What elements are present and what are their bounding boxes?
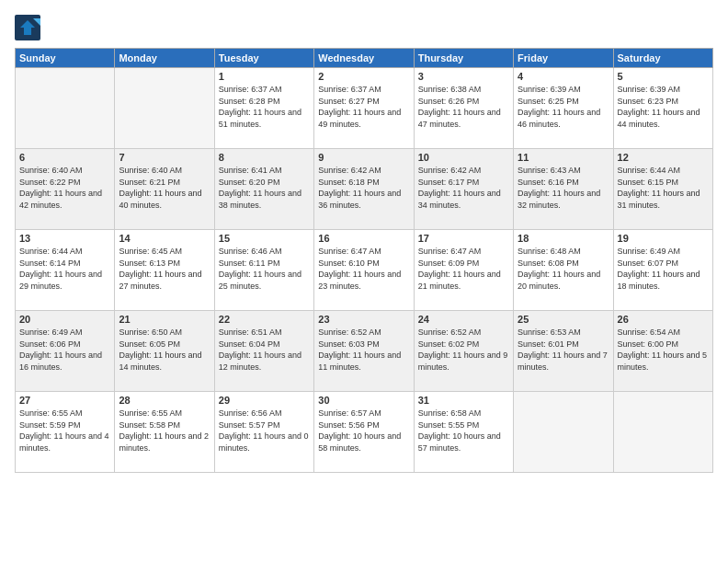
day-cell: 10Sunrise: 6:42 AMSunset: 6:17 PMDayligh… — [414, 149, 513, 230]
day-number: 16 — [318, 233, 409, 244]
day-number: 14 — [119, 233, 210, 244]
day-info: Sunrise: 6:53 AMSunset: 6:01 PMDaylight:… — [518, 327, 609, 373]
day-cell: 31Sunrise: 6:58 AMSunset: 5:55 PMDayligh… — [414, 392, 513, 473]
day-cell: 1Sunrise: 6:37 AMSunset: 6:28 PMDaylight… — [214, 68, 313, 149]
week-row-2: 6Sunrise: 6:40 AMSunset: 6:22 PMDaylight… — [16, 149, 713, 230]
day-cell: 14Sunrise: 6:45 AMSunset: 6:13 PMDayligh… — [115, 230, 214, 311]
weekday-header-sunday: Sunday — [16, 49, 115, 68]
day-number: 9 — [318, 152, 409, 163]
week-row-5: 27Sunrise: 6:55 AMSunset: 5:59 PMDayligh… — [16, 392, 713, 473]
day-info: Sunrise: 6:45 AMSunset: 6:13 PMDaylight:… — [119, 246, 210, 292]
day-cell: 29Sunrise: 6:56 AMSunset: 5:57 PMDayligh… — [214, 392, 313, 473]
weekday-header-monday: Monday — [115, 49, 214, 68]
day-info: Sunrise: 6:39 AMSunset: 6:25 PMDaylight:… — [518, 84, 609, 130]
day-cell: 19Sunrise: 6:49 AMSunset: 6:07 PMDayligh… — [613, 230, 712, 311]
day-info: Sunrise: 6:44 AMSunset: 6:14 PMDaylight:… — [19, 246, 110, 292]
weekday-header-thursday: Thursday — [414, 49, 513, 68]
day-info: Sunrise: 6:43 AMSunset: 6:16 PMDaylight:… — [518, 165, 609, 211]
day-info: Sunrise: 6:49 AMSunset: 6:07 PMDaylight:… — [618, 246, 709, 292]
day-cell: 20Sunrise: 6:49 AMSunset: 6:06 PMDayligh… — [16, 311, 115, 392]
day-info: Sunrise: 6:49 AMSunset: 6:06 PMDaylight:… — [19, 327, 110, 373]
day-number: 4 — [518, 71, 609, 82]
day-cell — [115, 68, 214, 149]
calendar-table: SundayMondayTuesdayWednesdayThursdayFrid… — [15, 48, 713, 473]
day-cell — [16, 68, 115, 149]
day-number: 15 — [219, 233, 310, 244]
day-cell: 30Sunrise: 6:57 AMSunset: 5:56 PMDayligh… — [314, 392, 414, 473]
day-number: 17 — [418, 233, 509, 244]
day-info: Sunrise: 6:56 AMSunset: 5:57 PMDaylight:… — [219, 408, 310, 454]
logo-icon — [15, 15, 40, 40]
day-number: 29 — [219, 395, 310, 406]
day-info: Sunrise: 6:50 AMSunset: 6:05 PMDaylight:… — [119, 327, 210, 373]
weekday-header-saturday: Saturday — [613, 49, 712, 68]
day-info: Sunrise: 6:44 AMSunset: 6:15 PMDaylight:… — [618, 165, 709, 211]
day-number: 3 — [418, 71, 509, 82]
day-info: Sunrise: 6:39 AMSunset: 6:23 PMDaylight:… — [618, 84, 709, 130]
day-info: Sunrise: 6:55 AMSunset: 5:58 PMDaylight:… — [119, 408, 210, 454]
day-info: Sunrise: 6:41 AMSunset: 6:20 PMDaylight:… — [219, 165, 310, 211]
day-number: 26 — [618, 314, 709, 325]
day-cell: 2Sunrise: 6:37 AMSunset: 6:27 PMDaylight… — [314, 68, 414, 149]
day-cell: 11Sunrise: 6:43 AMSunset: 6:16 PMDayligh… — [514, 149, 613, 230]
day-cell: 27Sunrise: 6:55 AMSunset: 5:59 PMDayligh… — [16, 392, 115, 473]
day-number: 31 — [418, 395, 509, 406]
day-number: 19 — [618, 233, 709, 244]
day-cell: 25Sunrise: 6:53 AMSunset: 6:01 PMDayligh… — [514, 311, 613, 392]
day-info: Sunrise: 6:47 AMSunset: 6:10 PMDaylight:… — [318, 246, 409, 292]
day-info: Sunrise: 6:58 AMSunset: 5:55 PMDaylight:… — [418, 408, 509, 454]
day-cell: 28Sunrise: 6:55 AMSunset: 5:58 PMDayligh… — [115, 392, 214, 473]
header — [15, 15, 713, 40]
week-row-1: 1Sunrise: 6:37 AMSunset: 6:28 PMDaylight… — [16, 68, 713, 149]
day-info: Sunrise: 6:46 AMSunset: 6:11 PMDaylight:… — [219, 246, 310, 292]
day-info: Sunrise: 6:55 AMSunset: 5:59 PMDaylight:… — [19, 408, 110, 454]
day-number: 28 — [119, 395, 210, 406]
day-number: 20 — [19, 314, 110, 325]
day-info: Sunrise: 6:37 AMSunset: 6:27 PMDaylight:… — [318, 84, 409, 130]
day-number: 10 — [418, 152, 509, 163]
day-cell: 18Sunrise: 6:48 AMSunset: 6:08 PMDayligh… — [514, 230, 613, 311]
day-info: Sunrise: 6:42 AMSunset: 6:17 PMDaylight:… — [418, 165, 509, 211]
week-row-4: 20Sunrise: 6:49 AMSunset: 6:06 PMDayligh… — [16, 311, 713, 392]
logo — [15, 15, 44, 40]
day-number: 7 — [119, 152, 210, 163]
day-cell: 13Sunrise: 6:44 AMSunset: 6:14 PMDayligh… — [16, 230, 115, 311]
day-number: 13 — [19, 233, 110, 244]
day-cell: 16Sunrise: 6:47 AMSunset: 6:10 PMDayligh… — [314, 230, 414, 311]
day-number: 2 — [318, 71, 409, 82]
day-info: Sunrise: 6:40 AMSunset: 6:21 PMDaylight:… — [119, 165, 210, 211]
day-cell: 24Sunrise: 6:52 AMSunset: 6:02 PMDayligh… — [414, 311, 513, 392]
day-cell: 9Sunrise: 6:42 AMSunset: 6:18 PMDaylight… — [314, 149, 414, 230]
week-row-3: 13Sunrise: 6:44 AMSunset: 6:14 PMDayligh… — [16, 230, 713, 311]
day-cell: 3Sunrise: 6:38 AMSunset: 6:26 PMDaylight… — [414, 68, 513, 149]
day-info: Sunrise: 6:40 AMSunset: 6:22 PMDaylight:… — [19, 165, 110, 211]
day-number: 25 — [518, 314, 609, 325]
day-number: 24 — [418, 314, 509, 325]
day-cell: 7Sunrise: 6:40 AMSunset: 6:21 PMDaylight… — [115, 149, 214, 230]
day-number: 6 — [19, 152, 110, 163]
day-cell — [514, 392, 613, 473]
day-cell: 22Sunrise: 6:51 AMSunset: 6:04 PMDayligh… — [214, 311, 313, 392]
day-cell: 6Sunrise: 6:40 AMSunset: 6:22 PMDaylight… — [16, 149, 115, 230]
day-number: 5 — [618, 71, 709, 82]
day-info: Sunrise: 6:47 AMSunset: 6:09 PMDaylight:… — [418, 246, 509, 292]
day-info: Sunrise: 6:54 AMSunset: 6:00 PMDaylight:… — [618, 327, 709, 373]
day-cell: 12Sunrise: 6:44 AMSunset: 6:15 PMDayligh… — [613, 149, 712, 230]
day-cell — [613, 392, 712, 473]
day-cell: 26Sunrise: 6:54 AMSunset: 6:00 PMDayligh… — [613, 311, 712, 392]
calendar-page: SundayMondayTuesdayWednesdayThursdayFrid… — [0, 0, 728, 563]
day-number: 22 — [219, 314, 310, 325]
day-info: Sunrise: 6:38 AMSunset: 6:26 PMDaylight:… — [418, 84, 509, 130]
day-number: 12 — [618, 152, 709, 163]
day-info: Sunrise: 6:42 AMSunset: 6:18 PMDaylight:… — [318, 165, 409, 211]
day-number: 8 — [219, 152, 310, 163]
day-info: Sunrise: 6:52 AMSunset: 6:02 PMDaylight:… — [418, 327, 509, 373]
day-cell: 15Sunrise: 6:46 AMSunset: 6:11 PMDayligh… — [214, 230, 313, 311]
day-number: 11 — [518, 152, 609, 163]
weekday-header-row: SundayMondayTuesdayWednesdayThursdayFrid… — [16, 49, 713, 68]
day-cell: 21Sunrise: 6:50 AMSunset: 6:05 PMDayligh… — [115, 311, 214, 392]
day-cell: 8Sunrise: 6:41 AMSunset: 6:20 PMDaylight… — [214, 149, 313, 230]
day-number: 23 — [318, 314, 409, 325]
day-info: Sunrise: 6:37 AMSunset: 6:28 PMDaylight:… — [219, 84, 310, 130]
day-cell: 23Sunrise: 6:52 AMSunset: 6:03 PMDayligh… — [314, 311, 414, 392]
